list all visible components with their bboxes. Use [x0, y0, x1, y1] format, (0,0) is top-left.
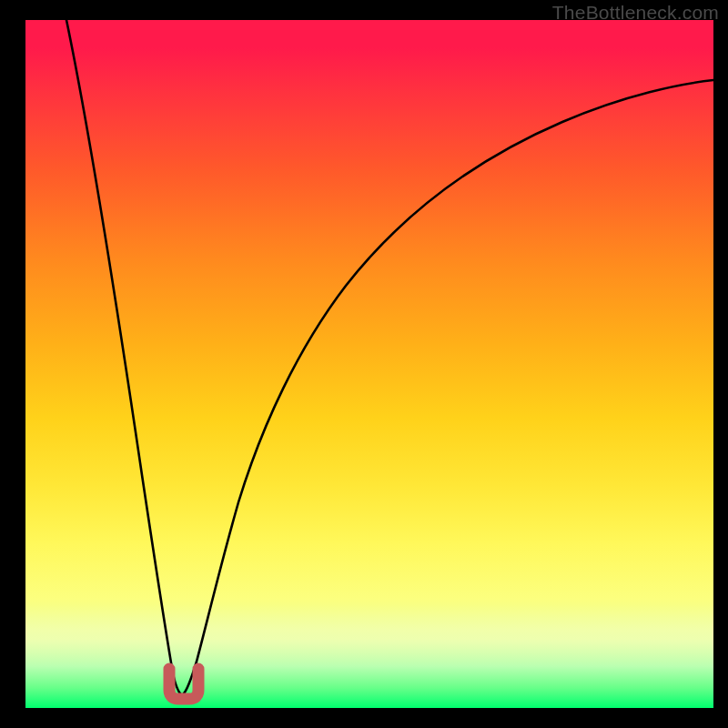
optimal-marker: [169, 669, 198, 699]
watermark-text: TheBottleneck.com: [552, 2, 719, 24]
bottleneck-curve: [66, 20, 713, 695]
chart-frame: TheBottleneck.com: [0, 0, 728, 728]
curve-layer: [25, 20, 713, 708]
plot-area: [25, 20, 713, 708]
